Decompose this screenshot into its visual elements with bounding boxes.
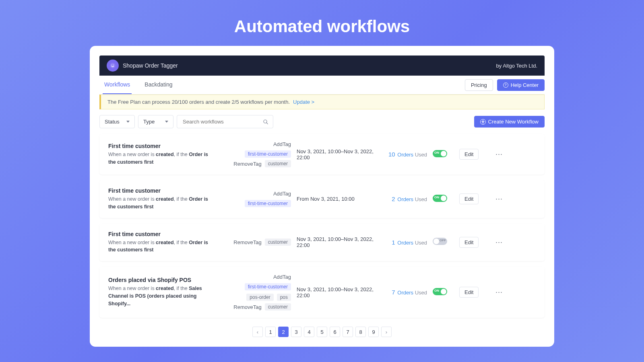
toggle-knob <box>441 289 446 294</box>
edit-button[interactable]: Edit <box>459 237 479 248</box>
app-logo-icon <box>107 60 119 72</box>
toggle-label: ON <box>434 289 439 292</box>
create-workflow-button[interactable]: Create New Workflow <box>474 116 545 128</box>
workflow-title: Orders placed via Shopify POS <box>108 277 209 283</box>
chevron-down-icon <box>126 121 130 123</box>
workflow-orders-used: 1 Orders Used <box>383 239 427 246</box>
toggle-knob <box>441 195 446 201</box>
page-title: Automated workflows <box>0 0 644 46</box>
nav-bar: Workflows Backdating Pricing ? Help Cent… <box>99 76 545 95</box>
more-actions-button[interactable]: ··· <box>495 288 504 297</box>
more-actions-button[interactable]: ··· <box>495 150 504 159</box>
app-name: Shopaw Order Tagger <box>123 62 178 69</box>
search-input[interactable] <box>181 115 262 128</box>
addtag-label: AddTag <box>263 141 291 147</box>
workflow-description: When a new order is created, if the Sale… <box>108 285 209 307</box>
workflow-date-range: Nov 3, 2021, 10:00–Nov 3, 2022, 22:00 <box>297 236 377 248</box>
workflow-description: When a new order is created, if the Orde… <box>108 239 209 254</box>
update-link[interactable]: Update > <box>293 99 314 105</box>
more-actions-button[interactable]: ··· <box>495 195 504 204</box>
workflow-toggle[interactable]: OFF <box>433 238 447 245</box>
pagination-page[interactable]: 4 <box>304 327 314 337</box>
workflow-orders-used: 2 Orders Used <box>383 195 427 202</box>
edit-button[interactable]: Edit <box>459 287 479 298</box>
tab-workflows[interactable]: Workflows <box>103 76 132 94</box>
tag-pill: first-time-customer <box>245 200 291 207</box>
pagination: ‹123456789› <box>99 318 545 337</box>
workflow-tags: AddTagfirst-time-customer <box>215 191 291 207</box>
help-center-button[interactable]: ? Help Center <box>497 79 545 91</box>
tag-pill: first-time-customer <box>245 150 291 158</box>
pagination-page[interactable]: 1 <box>265 327 276 337</box>
addtag-label: AddTag <box>263 191 291 197</box>
toolbar: Status Type Create New Workflow <box>99 109 545 134</box>
workflow-date-range: Nov 3, 2021, 10:00–Nov 3, 2022, 22:00 <box>297 148 377 160</box>
workflow-tags: AddTagfirst-time-customerRemoveTagcustom… <box>215 141 291 167</box>
toggle-knob <box>433 239 439 244</box>
tag-pill: customer <box>265 303 291 311</box>
app-publisher: by Altgo Tech Ltd. <box>496 63 537 69</box>
workflow-tags: AddTagfirst-time-customerpos-orderposRem… <box>215 274 291 311</box>
pagination-prev[interactable]: ‹ <box>252 327 263 337</box>
workflow-orders-used: 10 Orders Used <box>383 151 427 158</box>
removetag-label: RemoveTag <box>233 304 262 310</box>
toggle-label: ON <box>434 151 439 154</box>
workflow-orders-used: 7 Orders Used <box>383 289 427 296</box>
workflow-description: When a new order is created, if the Orde… <box>108 195 209 211</box>
workflow-toggle[interactable]: ON <box>433 288 447 295</box>
plus-icon <box>480 119 486 125</box>
workflow-tags: RemoveTagcustomer <box>215 239 291 246</box>
pagination-page[interactable]: 5 <box>317 327 327 337</box>
tag-pill: customer <box>265 160 291 167</box>
create-workflow-label: Create New Workflow <box>488 119 539 125</box>
pagination-page[interactable]: 7 <box>343 327 353 337</box>
removetag-label: RemoveTag <box>233 161 262 167</box>
more-actions-button[interactable]: ··· <box>495 238 504 247</box>
tag-pill: pos-order <box>246 294 273 301</box>
edit-button[interactable]: Edit <box>459 149 479 160</box>
pagination-next[interactable]: › <box>381 327 392 337</box>
toggle-label: OFF <box>440 239 446 242</box>
status-filter[interactable]: Status <box>99 115 135 128</box>
addtag-label: AddTag <box>263 274 291 280</box>
workflow-date-range: Nov 3, 2021, 10:00–Nov 3, 2022, 22:00 <box>297 286 377 298</box>
tag-pill: first-time-customer <box>245 283 291 290</box>
workflow-toggle[interactable]: ON <box>433 150 447 157</box>
pagination-page[interactable]: 9 <box>368 327 379 337</box>
svg-point-0 <box>110 63 115 68</box>
tab-backdating[interactable]: Backdating <box>143 76 174 94</box>
workflow-title: First time customer <box>108 187 209 194</box>
toggle-label: ON <box>434 195 439 199</box>
workflow-title: First time customer <box>108 143 209 149</box>
plan-notice: The Free Plan can process 20/100 orders … <box>99 95 545 109</box>
edit-button[interactable]: Edit <box>459 193 479 204</box>
svg-point-1 <box>111 65 112 66</box>
workflow-title: First time customer <box>108 231 209 237</box>
status-filter-label: Status <box>105 119 120 125</box>
search-box[interactable] <box>177 115 273 128</box>
tag-pill: customer <box>265 239 291 246</box>
app-window: Shopaw Order Tagger by Altgo Tech Ltd. W… <box>90 46 554 347</box>
type-filter[interactable]: Type <box>138 115 173 128</box>
pagination-page[interactable]: 6 <box>330 327 340 337</box>
workflow-card: First time customerWhen a new order is c… <box>99 224 545 261</box>
workflow-toggle[interactable]: ON <box>433 195 447 202</box>
type-filter-label: Type <box>143 119 155 125</box>
workflow-card: First time customerWhen a new order is c… <box>99 134 545 175</box>
tag-pill: pos <box>277 294 291 301</box>
workflow-description: When a new order is created, if the Orde… <box>108 151 209 166</box>
pagination-page[interactable]: 8 <box>355 327 366 337</box>
help-center-label: Help Center <box>511 82 539 88</box>
search-icon <box>262 119 269 125</box>
pricing-button[interactable]: Pricing <box>465 79 493 91</box>
removetag-label: RemoveTag <box>233 239 262 245</box>
app-bar: Shopaw Order Tagger by Altgo Tech Ltd. <box>99 56 545 76</box>
pagination-page[interactable]: 2 <box>278 327 289 337</box>
toggle-knob <box>441 151 446 156</box>
plan-notice-text: The Free Plan can process 20/100 orders … <box>107 99 290 105</box>
pagination-page[interactable]: 3 <box>291 327 301 337</box>
workflow-card: Orders placed via Shopify POSWhen a new … <box>99 267 545 318</box>
workflow-list: First time customerWhen a new order is c… <box>99 134 545 318</box>
svg-line-4 <box>266 123 268 124</box>
help-icon: ? <box>503 82 508 88</box>
